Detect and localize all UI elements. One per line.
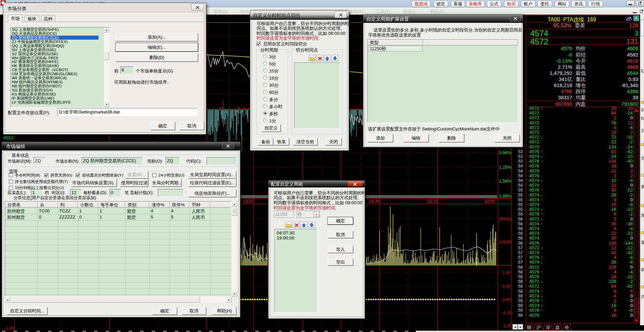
svg-text:19:00: 19:00 — [484, 199, 495, 204]
svg-text:13:37: 13:37 — [243, 199, 254, 204]
svg-text:沪: 沪 — [536, 325, 541, 330]
svg-text:深: 深 — [545, 325, 550, 330]
svg-text:4553: 4553 — [3, 135, 13, 140]
svg-text:-1.00: -1.00 — [502, 323, 512, 328]
svg-text:细: 细 — [527, 325, 531, 330]
svg-text:价: 价 — [564, 325, 569, 330]
svg-text:盘: 盘 — [555, 325, 560, 330]
svg-text:15:30: 15:30 — [369, 199, 380, 204]
svg-text:-1.00: -1.00 — [4, 326, 14, 331]
svg-text:18:15: 18:15 — [427, 199, 438, 204]
